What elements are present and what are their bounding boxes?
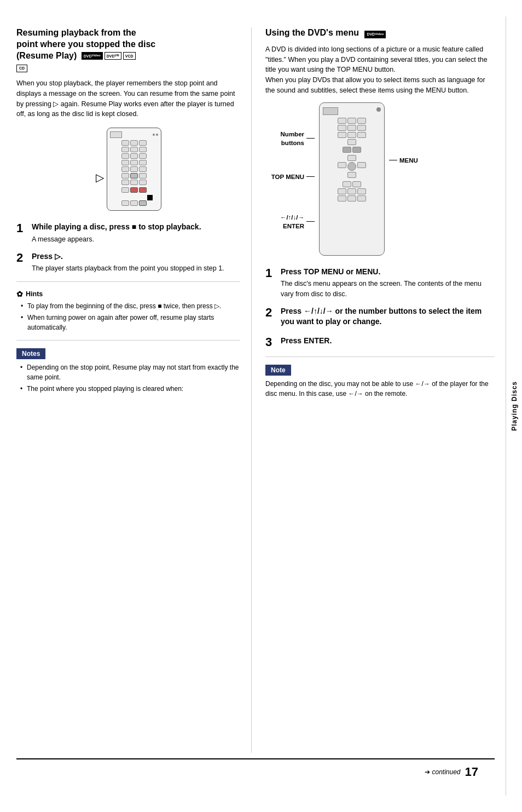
title-line2: point where you stopped the disc [16, 39, 155, 49]
title-line1: Resuming playback from the [16, 28, 136, 37]
continued-text: continued [432, 768, 460, 776]
right-note-text: Depending on the disc, you may not be ab… [265, 379, 495, 399]
right-step3-number: 3 [265, 336, 281, 349]
divider-1 [16, 281, 240, 282]
right-step1: 1 Press TOP MENU or MENU. The disc's men… [265, 267, 495, 300]
notes-list: Depending on the stop point, Resume play… [16, 362, 240, 394]
hints-list: To play from the beginning of the disc, … [16, 301, 240, 332]
label-menu: MENU [389, 157, 422, 164]
step2-title: Press ▷. [32, 251, 240, 262]
badge-dvdvr: DVDVR [105, 52, 121, 60]
remote-graphic-left [107, 128, 161, 211]
hint-item-1: To play from the beginning of the disc, … [21, 301, 240, 311]
right-step2-number: 2 [265, 306, 281, 319]
step2-desc: The player starts playback from the poin… [32, 263, 240, 274]
title-line3: (Resume Play) [16, 51, 77, 60]
hints-title: ✿ Hints [16, 290, 240, 298]
left-remote-illustration: ▷ [16, 128, 240, 211]
label-top-menu: TOP MENU [265, 172, 315, 181]
right-badge-dvdvideo: DVDVideo [364, 31, 386, 38]
step1: 1 While playing a disc, press ■ to stop … [16, 222, 240, 244]
label-arrows-enter: ←/↑/↓/→ENTER [265, 213, 315, 231]
right-divider [265, 356, 495, 357]
label-number-buttons: Numberbuttons [265, 130, 315, 147]
continued-arrow: ➔ [425, 768, 430, 776]
right-step3: 3 Press ENTER. [265, 336, 495, 349]
remote-graphic-right [319, 102, 385, 256]
notes-header: Notes [16, 348, 45, 359]
step1-title: While playing a disc, press ■ to stop pl… [32, 222, 240, 233]
side-tab-label: Playing Discs [511, 381, 518, 431]
right-section-title: Using the DVD's menu DVDVideo [265, 27, 495, 39]
badge-vcd: VCD [123, 52, 136, 60]
right-step3-title: Press ENTER. [281, 336, 495, 347]
badge-cd: CD [16, 65, 27, 72]
right-step1-desc: The disc's menu appears on the screen. T… [281, 279, 495, 300]
page-number: 17 [465, 765, 478, 779]
side-tab: Playing Discs [506, 16, 522, 796]
left-intro-text: When you stop playback, the player remem… [16, 78, 240, 119]
divider-2 [16, 340, 240, 341]
badge-dvdvideo: DVDVideo [82, 52, 103, 60]
hints-icon: ✿ [16, 290, 23, 298]
right-step2-title: Press ←/↑/↓/→ or the number buttons to s… [281, 306, 495, 327]
right-remote-section: Numberbuttons TOP MENU ←/↑/↓/→ENTER [265, 102, 495, 256]
step2: 2 Press ▷. The player starts playback fr… [16, 251, 240, 274]
step2-number: 2 [16, 251, 32, 264]
right-note-section: Note Depending on the disc, you may not … [265, 365, 495, 399]
notes-section: Notes Depending on the stop point, Resum… [16, 348, 240, 394]
title-badges: DVDVideo DVDVR VCD [82, 52, 136, 60]
right-step1-number: 1 [265, 267, 281, 280]
left-section-title: Resuming playback from the point where y… [16, 27, 240, 73]
step1-desc: A message appears. [32, 234, 240, 245]
page-footer: ➔ continued 17 [16, 758, 495, 785]
note-item-2: The point where you stopped playing is c… [19, 384, 240, 394]
remote-labels-left: Numberbuttons TOP MENU ←/↑/↓/→ENTER [265, 102, 315, 256]
right-step2: 2 Press ←/↑/↓/→ or the number buttons to… [265, 306, 495, 329]
right-intro: A DVD is divided into long sections of a… [265, 44, 495, 96]
hint-item-2: When turning power on again after power … [21, 313, 240, 332]
note-item-1: Depending on the stop point, Resume play… [19, 362, 240, 382]
remote-labels-right: MENU [389, 102, 422, 256]
right-step1-title: Press TOP MENU or MENU. [281, 267, 495, 278]
right-title-text: Using the DVD's menu [265, 28, 359, 37]
hints-section: ✿ Hints To play from the beginning of th… [16, 290, 240, 332]
step1-number: 1 [16, 222, 32, 235]
right-note-header: Note [265, 365, 291, 376]
